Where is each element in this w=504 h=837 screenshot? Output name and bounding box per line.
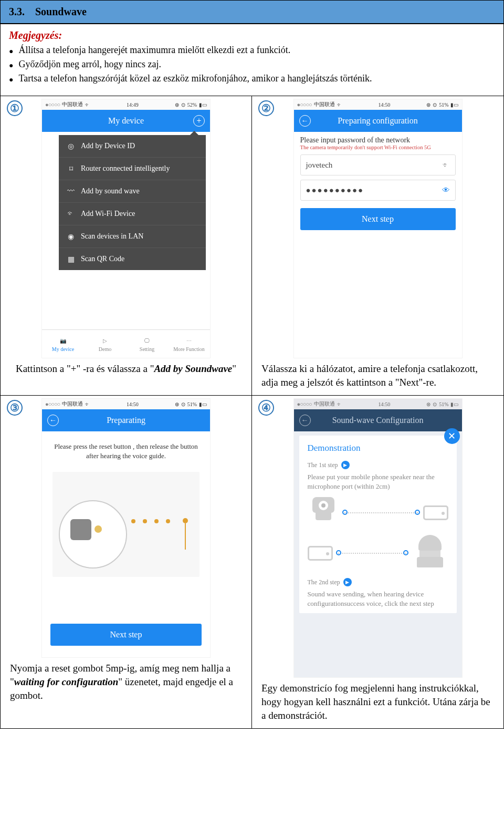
wifi-icon: ᯤ	[337, 102, 342, 108]
instruction-label: Please press the reset button , then rel…	[48, 439, 204, 468]
caption-text: "	[232, 363, 236, 374]
reset-illustration	[52, 472, 200, 577]
tab-demo[interactable]: ▷Demo	[84, 330, 126, 358]
menu-scan-lan[interactable]: ◉Scan devices in LAN	[59, 225, 206, 248]
battery-icon: ▮▭	[199, 401, 207, 407]
menu-add-by-device-id[interactable]: ◎Add by Device ID	[59, 135, 206, 158]
phone-icon	[423, 505, 448, 520]
demo-step-1-heading: The 1st step ▶	[308, 461, 448, 469]
bullet-icon: ●	[9, 61, 13, 70]
note-text: Győződjön meg arról, hogy nincs zaj.	[18, 59, 161, 70]
add-button[interactable]: +	[193, 115, 205, 127]
back-button[interactable]: ←	[299, 415, 311, 426]
menu-label: Add by Device ID	[81, 142, 135, 150]
tab-label: More Function	[173, 346, 205, 352]
ptz-camera-icon	[412, 535, 448, 572]
page: 3.3. Soundwave Megjegyzés: ●Állítsa a te…	[0, 0, 504, 729]
monitor-icon: 🖵	[141, 336, 153, 345]
step-cell-4: ④ ●○○○○中国联通ᯤ 14:50 ⊛⊙51%▮▭ ← Sound-wave …	[252, 396, 503, 728]
eye-icon[interactable]: 👁	[442, 186, 450, 195]
notes-box: Megjegyzés: ●Állítsa a telefonja hangere…	[1, 24, 503, 96]
clock-label: 14:50	[379, 401, 391, 407]
clock-label: 14:49	[127, 102, 139, 108]
dotted-link	[338, 553, 406, 554]
clock-label: 14:50	[127, 401, 139, 407]
section-header: 3.3. Soundwave	[1, 1, 503, 24]
carrier-label: 中国联通	[62, 400, 83, 408]
phone-screenshot-1: ●○○○○中国联通ᯤ 14:49 ⊛⊙52%▮▭ My device + ◎Ad…	[42, 99, 210, 358]
step-cell-2: ② ●○○○○中国联通ᯤ 14:50 ⊛⊙51%▮▭ ← Preparing c…	[252, 96, 503, 396]
ssid-field[interactable]: jovetech ᯤ	[300, 154, 456, 175]
step-cell-1: ① ●○○○○中国联通ᯤ 14:49 ⊛⊙52%▮▭ My device + ◎…	[1, 96, 252, 396]
step1-caption: Kattintson a "+" -ra és válassza a "Add …	[10, 362, 242, 376]
tab-label: Setting	[140, 346, 154, 352]
nav-title: My device	[108, 116, 144, 126]
step-number-2: ②	[258, 100, 274, 116]
nav-title: Preparing configuration	[338, 116, 417, 126]
close-button[interactable]: ✕	[444, 428, 460, 444]
status-bar: ●○○○○中国联通ᯤ 14:50 ⊛⊙51%▮▭	[294, 399, 462, 409]
back-button[interactable]: ←	[299, 115, 311, 127]
back-button[interactable]: ←	[47, 415, 59, 426]
battery-icon: ▮▭	[450, 401, 458, 407]
menu-scan-qr[interactable]: ▦Scan QR Code	[59, 248, 206, 270]
caption-emphasis: Add by Soundwave	[154, 363, 232, 374]
rotation-lock-icon: ⊙	[181, 401, 185, 407]
note-text: Állítsa a telefonja hangerejét maximumra…	[18, 45, 290, 56]
nav-bar: ← Preparating	[42, 409, 210, 431]
tab-my-device[interactable]: 📷My device	[42, 330, 84, 358]
camera-cube-icon	[308, 497, 339, 529]
tab-label: Demo	[99, 346, 111, 352]
menu-label: Scan devices in LAN	[81, 232, 143, 241]
tab-label: My device	[52, 346, 75, 352]
play-icon[interactable]: ▶	[341, 461, 350, 469]
play-icon[interactable]: ▶	[343, 578, 352, 586]
caption-text: Kattintson a "+" -ra és válassza a "	[16, 363, 154, 374]
alarm-icon: ⊛	[175, 401, 179, 407]
tab-setting[interactable]: 🖵Setting	[126, 330, 168, 358]
password-field[interactable]: ●●●●●●●●●● 👁	[300, 180, 456, 201]
demo-step-1-text: Please put your mobile phone speaker nea…	[308, 472, 448, 491]
step-number-3: ③	[7, 400, 23, 416]
step4-caption: Egy demonstricío fog megjelenni hang ins…	[261, 681, 494, 722]
device-closeup-image	[59, 500, 127, 569]
menu-label: Add by sound wave	[81, 187, 140, 195]
section-number: 3.3.	[9, 6, 25, 17]
wifi-add-icon: ᯤ	[66, 209, 76, 219]
next-step-button[interactable]: Next step	[50, 624, 202, 646]
phone-screenshot-4: ●○○○○中国联通ᯤ 14:50 ⊛⊙51%▮▭ ← Sound-wave Co…	[294, 399, 462, 677]
bullet-icon: ●	[9, 76, 13, 84]
next-step-button[interactable]: Next step	[300, 208, 456, 230]
wifi-select-icon[interactable]: ᯤ	[442, 161, 450, 170]
status-bar: ●○○○○中国联通ᯤ 14:50 ⊛⊙51%▮▭	[294, 99, 462, 110]
reset-pin-icon	[185, 523, 186, 550]
note-item: ●Győződjön meg arról, hogy nincs zaj.	[9, 59, 495, 70]
menu-label: Scan QR Code	[81, 255, 124, 263]
step-number-4: ④	[258, 400, 274, 416]
router-icon: ⌑	[66, 164, 76, 173]
step-number-1: ①	[7, 100, 23, 116]
battery-label: 52%	[187, 102, 197, 108]
add-menu-popover: ◎Add by Device ID ⌑Router connected inte…	[59, 135, 206, 270]
step-label: The 2nd step	[308, 578, 340, 586]
menu-label: Router connected intelligently	[81, 164, 170, 173]
menu-add-by-sound-wave[interactable]: 〰Add by sound wave	[59, 180, 206, 203]
nav-bar: ← Preparing configuration	[294, 110, 462, 132]
rotation-lock-icon: ⊙	[433, 401, 437, 407]
tab-more[interactable]: ⋯More Function	[168, 330, 210, 358]
prompt-label: Please input password of the network	[300, 136, 456, 144]
target-icon: ◎	[66, 141, 76, 151]
clock-label: 14:50	[379, 102, 391, 108]
rotation-lock-icon: ⊙	[181, 102, 185, 108]
steps-grid: ① ●○○○○中国联通ᯤ 14:49 ⊛⊙52%▮▭ My device + ◎…	[1, 96, 503, 728]
menu-add-wifi-device[interactable]: ᯤAdd Wi-Fi Device	[59, 203, 206, 225]
wifi-icon: ᯤ	[85, 102, 90, 108]
demo-step-2-heading: The 2nd step ▶	[308, 578, 448, 586]
carrier-label: 中国联通	[62, 101, 83, 108]
demo-row-camera-phone	[308, 497, 448, 529]
more-icon: ⋯	[183, 336, 195, 345]
menu-router-intelligent[interactable]: ⌑Router connected intelligently	[59, 158, 206, 180]
dotted-indicator	[131, 519, 170, 523]
battery-label: 51%	[439, 401, 448, 407]
qr-icon: ▦	[66, 254, 76, 264]
